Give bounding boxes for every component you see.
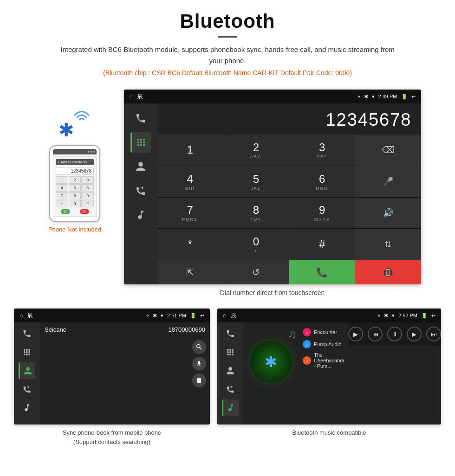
phone-key-1[interactable]: 1 xyxy=(56,176,68,184)
svg-rect-10 xyxy=(26,349,27,350)
music-controls: ▶ ⏮ ⏸ ▶ ⏭ xyxy=(348,322,441,346)
cs-calls-icon[interactable] xyxy=(19,381,35,398)
dial-screen-container: ⌂ ⾠ ⌖ ✱ ▾ 2:49 PM 🔋 ↩ xyxy=(124,90,421,304)
svg-rect-8 xyxy=(143,144,145,146)
cs-keypad-icon[interactable] xyxy=(19,344,35,360)
track-3[interactable]: ♪ The Cheebacabra - Pum... xyxy=(299,350,348,371)
dial-status-bar: ⌂ ⾠ ⌖ ✱ ▾ 2:49 PM 🔋 ↩ xyxy=(124,90,421,103)
phone-key-7[interactable]: 7 xyxy=(56,192,68,199)
key-5[interactable]: 5JKL xyxy=(223,166,289,197)
ms-contacts-icon[interactable] xyxy=(222,362,239,379)
music-playlist: ♪ Encounter ♪ Pump Audio ♪ The Cheebacab… xyxy=(299,322,348,425)
sidebar-keypad-icon[interactable] xyxy=(130,132,151,153)
number-display: 12345678 xyxy=(157,103,421,135)
play-button-2[interactable]: ▶ xyxy=(407,327,422,341)
contacts-body xyxy=(40,337,210,425)
battery-icon: 🔋 xyxy=(401,94,408,100)
phone-key-5[interactable]: 5 xyxy=(69,184,81,192)
music-art: ✱ ♫ xyxy=(243,322,299,401)
sidebar-phone-icon[interactable] xyxy=(130,108,151,129)
contacts-main: Seicane 18700000690 xyxy=(40,322,210,425)
key-call[interactable]: 📞 xyxy=(289,260,355,284)
key-8[interactable]: 8TUV xyxy=(223,198,289,229)
title-divider xyxy=(218,36,237,38)
svg-rect-6 xyxy=(137,144,139,146)
key-3[interactable]: 3DEF xyxy=(289,135,355,166)
svg-rect-7 xyxy=(140,144,142,146)
key-loop[interactable]: ↺ xyxy=(223,260,289,284)
contact-name: Seicane xyxy=(45,326,66,333)
phone-key-0[interactable]: 0 xyxy=(69,200,81,207)
phone-call-button[interactable]: ✆ xyxy=(61,209,70,214)
music-bt-icon: ✱ xyxy=(384,313,388,319)
track-2[interactable]: ♪ Pump Audio xyxy=(299,338,348,350)
phone-key-9[interactable]: 9 xyxy=(81,192,94,199)
key-end-call[interactable]: 📵 xyxy=(355,260,421,284)
svg-rect-22 xyxy=(229,351,231,353)
phone-key-3[interactable]: 3 xyxy=(81,176,94,184)
phone-key-6[interactable]: 6 xyxy=(81,184,94,192)
contacts-screen: ⌂ ⾠ ⌖ ✱ ▾ 2:51 PM 🔋 ↩ xyxy=(14,309,210,425)
key-2[interactable]: 2ABC xyxy=(223,135,289,166)
key-hash[interactable]: # xyxy=(289,229,355,260)
dial-layout: 12345678 1 2ABC 3DEF ⌫ 4GHI 5JKL 6MNO 🎤 … xyxy=(124,103,421,284)
key-mute[interactable]: 🎤 xyxy=(355,166,421,197)
track-1[interactable]: ♪ Encounter xyxy=(299,326,348,338)
key-6[interactable]: 6MNO xyxy=(289,166,355,197)
cs-contacts-icon[interactable] xyxy=(19,362,35,379)
music-back-icon[interactable]: ↩ xyxy=(431,313,436,319)
key-swap[interactable]: ⇅ xyxy=(355,229,421,260)
location-icon: ⌖ xyxy=(358,94,360,100)
download-contacts-button[interactable] xyxy=(192,357,206,371)
ms-phone-icon[interactable] xyxy=(222,325,239,342)
svg-rect-1 xyxy=(140,139,142,141)
key-1[interactable]: 1 xyxy=(157,135,223,166)
svg-rect-25 xyxy=(229,354,231,355)
bluetooth-icon-area: ✱ xyxy=(56,103,93,141)
pause-button[interactable]: ⏸ xyxy=(387,327,402,341)
subtitle: Integrated with BC6 Bluetooth module, su… xyxy=(60,44,395,66)
key-7[interactable]: 7PQRS xyxy=(157,198,223,229)
cs-phone-icon[interactable] xyxy=(19,325,35,342)
svg-rect-11 xyxy=(28,349,30,350)
phone-key-4[interactable]: 4 xyxy=(56,184,68,192)
next-button[interactable]: ⏭ xyxy=(426,327,441,341)
key-4[interactable]: 4GHI xyxy=(157,166,223,197)
key-backspace[interactable]: ⌫ xyxy=(355,135,421,166)
phone-key-hash[interactable]: # xyxy=(81,200,94,207)
delete-contacts-button[interactable] xyxy=(192,373,206,387)
phone-mock: + Add to Contacts 12345678 1 2 3 4 5 6 7… xyxy=(49,145,100,222)
phone-key-8[interactable]: 8 xyxy=(69,192,81,199)
track-3-icon: ♪ xyxy=(303,356,311,365)
sidebar-music-icon[interactable] xyxy=(130,205,151,225)
contact-number: 18700000690 xyxy=(168,326,205,333)
dial-sidebar xyxy=(124,103,157,284)
contacts-layout: Seicane 18700000690 xyxy=(14,322,210,425)
bottom-section: ⌂ ⾠ ⌖ ✱ ▾ 2:51 PM 🔋 ↩ xyxy=(0,309,455,446)
sidebar-contacts-icon[interactable] xyxy=(130,156,151,177)
key-volume[interactable]: 🔊 xyxy=(355,198,421,229)
play-button[interactable]: ▶ xyxy=(348,327,363,341)
ms-music-icon[interactable] xyxy=(222,399,239,416)
key-9[interactable]: 9WXYZ xyxy=(289,198,355,229)
phone-key-star[interactable]: * xyxy=(56,200,68,207)
back-icon[interactable]: ↩ xyxy=(411,94,416,100)
music-note-icon: ♫ xyxy=(287,327,297,341)
key-star[interactable]: * xyxy=(157,229,223,260)
prev-button[interactable]: ⏮ xyxy=(368,327,383,341)
contacts-caption: Sync phone-book from mobile phone (Suppo… xyxy=(63,428,161,446)
cs-music-icon[interactable] xyxy=(19,399,35,416)
ms-keypad-icon[interactable] xyxy=(222,344,239,360)
search-contacts-button[interactable] xyxy=(192,340,206,354)
music-sidebar xyxy=(217,322,243,425)
sidebar-call-history-icon[interactable] xyxy=(130,180,151,201)
svg-rect-18 xyxy=(227,349,228,350)
ms-calls-icon[interactable] xyxy=(222,381,239,398)
key-0[interactable]: 0+ xyxy=(223,229,289,260)
phone-key-2[interactable]: 2 xyxy=(69,176,81,184)
key-arrow-up[interactable]: ⇱ xyxy=(157,260,223,284)
bt-status-icon: ✱ xyxy=(364,94,368,100)
contacts-back-icon[interactable]: ↩ xyxy=(200,313,204,319)
track-2-icon: ♪ xyxy=(303,340,311,348)
phone-end-button[interactable]: ✆ xyxy=(80,209,89,214)
